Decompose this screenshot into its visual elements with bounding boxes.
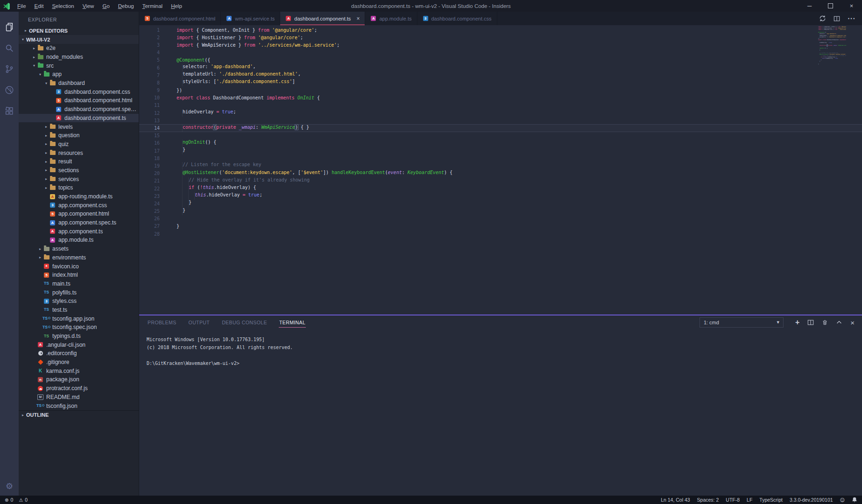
chevron-right-icon[interactable]: ▸: [43, 125, 49, 129]
code-line[interactable]: 28: [139, 230, 862, 238]
menu-view[interactable]: View: [78, 3, 99, 9]
tree-item[interactable]: Aapp-routing.module.ts: [19, 192, 139, 201]
maximize-panel-icon[interactable]: [836, 319, 842, 326]
code-line[interactable]: 26: [139, 215, 862, 223]
tree-item[interactable]: TStest.ts: [19, 306, 139, 315]
tree-item[interactable]: Adashboard.component.spec.ts: [19, 105, 139, 114]
close-icon[interactable]: ×: [356, 15, 360, 22]
chevron-right-icon[interactable]: ▸: [43, 133, 49, 138]
code-line[interactable]: 11: [139, 102, 862, 109]
code-line[interactable]: 1import { Component, OnInit } from '@ang…: [139, 26, 862, 34]
tree-item[interactable]: 5index.html: [19, 271, 139, 280]
tree-item[interactable]: ★favicon.ico: [19, 262, 139, 271]
code-line[interactable]: 21// Hide the overlay if it's already sh…: [139, 177, 862, 185]
new-terminal-icon[interactable]: +: [795, 318, 799, 327]
status-eol[interactable]: LF: [747, 497, 752, 503]
status-feedback[interactable]: ☺: [840, 497, 845, 503]
tree-item[interactable]: ▾src: [19, 61, 139, 70]
maximize-button[interactable]: [820, 0, 841, 12]
status-language-mode[interactable]: TypeScript: [759, 497, 783, 503]
tree-item[interactable]: ▸sections: [19, 166, 139, 175]
tree-item[interactable]: TSpolyfills.ts: [19, 288, 139, 297]
split-editor-icon[interactable]: [834, 15, 840, 22]
tree-item[interactable]: ▸result: [19, 157, 139, 166]
tree-item[interactable]: TStsconfig.app.json: [19, 314, 139, 323]
menu-terminal[interactable]: Terminal: [138, 3, 167, 9]
editor-tab[interactable]: 5dashboard.component.html: [139, 12, 221, 25]
tree-item[interactable]: ▸question: [19, 131, 139, 140]
chevron-right-icon[interactable]: ▸: [43, 151, 49, 155]
tree-item[interactable]: ▸quiz: [19, 140, 139, 149]
code-line[interactable]: 5@Component({: [139, 56, 862, 64]
chevron-down-icon[interactable]: ▾: [43, 81, 49, 85]
chevron-right-icon[interactable]: ▸: [43, 177, 49, 181]
tree-item[interactable]: ▸node_modules: [19, 53, 139, 62]
code-line[interactable]: 24}: [139, 200, 862, 207]
tree-item[interactable]: Aapp.module.ts: [19, 236, 139, 245]
chevron-right-icon[interactable]: ▸: [43, 142, 49, 146]
code-line[interactable]: 16ngOnInit() {: [139, 140, 862, 147]
code-line[interactable]: 10export class DashboardComponent implem…: [139, 94, 862, 102]
tree-item[interactable]: npackage.json: [19, 375, 139, 384]
tree-item[interactable]: ▸resources: [19, 148, 139, 157]
activity-bar-source-control[interactable]: [0, 58, 19, 79]
chevron-right-icon[interactable]: ▸: [37, 247, 43, 251]
terminal-selector[interactable]: 1: cmd ▼: [699, 317, 784, 328]
settings-gear-icon[interactable]: ⚙: [6, 481, 13, 491]
code-line[interactable]: 19// Listen for the escape key: [139, 162, 862, 169]
tree-item[interactable]: .gitignore: [19, 358, 139, 367]
tree-item[interactable]: protractor.conf.js: [19, 384, 139, 393]
tree-item[interactable]: 3dashboard.component.css: [19, 87, 139, 96]
chevron-right-icon[interactable]: ▸: [43, 186, 49, 190]
code-line[interactable]: 22if (!this.hideOverlay) {: [139, 185, 862, 192]
tree-item[interactable]: TStypings.d.ts: [19, 332, 139, 341]
activity-bar-extensions[interactable]: [0, 100, 19, 121]
minimize-button[interactable]: ─: [799, 0, 820, 12]
tree-item[interactable]: ▸e2e: [19, 44, 139, 53]
status-notifications[interactable]: [852, 497, 857, 504]
minimap[interactable]: import { Component, OnInit } from '@angu…: [817, 26, 846, 67]
status-encoding[interactable]: UTF-8: [726, 497, 740, 503]
tree-item[interactable]: A.angular-cli.json: [19, 340, 139, 349]
activity-bar-explorer[interactable]: [0, 16, 19, 37]
tree-item[interactable]: ▾dashboard: [19, 79, 139, 88]
chevron-right-icon[interactable]: ▸: [43, 168, 49, 172]
menu-go[interactable]: Go: [98, 3, 113, 9]
code-line[interactable]: 14constructor(private _wmapi: WmApiServi…: [139, 124, 862, 132]
tree-item[interactable]: .editorconfig: [19, 349, 139, 358]
code-line[interactable]: 8styleUrls: ['./dashboard.component.css'…: [139, 79, 862, 86]
tree-item[interactable]: Adashboard.component.ts: [19, 114, 139, 123]
code-line[interactable]: 9}): [139, 87, 862, 94]
code-line[interactable]: 12hideOverlay = true;: [139, 109, 862, 117]
close-button[interactable]: ×: [841, 0, 862, 12]
code-line[interactable]: 20@HostListener('document:keydown.escape…: [139, 170, 862, 177]
editor-tab[interactable]: Aapp.module.ts: [365, 12, 417, 25]
tree-item[interactable]: Kkarma.conf.js: [19, 366, 139, 375]
status-indentation[interactable]: Spaces: 2: [697, 497, 719, 503]
split-terminal-icon[interactable]: [807, 319, 814, 326]
tree-item[interactable]: TStsconfig.spec.json: [19, 323, 139, 332]
panel-tab-terminal[interactable]: TERMINAL: [279, 318, 306, 328]
chevron-right-icon[interactable]: ▸: [31, 55, 37, 59]
code-line[interactable]: 6selector: 'app-dashboard',: [139, 64, 862, 71]
tree-item[interactable]: ▸levels: [19, 122, 139, 131]
tree-item[interactable]: 3app.component.css: [19, 201, 139, 210]
workspace-root-header[interactable]: ▾ WM-UI-V2: [19, 35, 139, 44]
status-version[interactable]: 3.3.0-dev.20190101: [790, 497, 833, 503]
code-line[interactable]: 3import { WmApiService } from '../servic…: [139, 41, 862, 49]
chevron-right-icon[interactable]: ▸: [31, 46, 37, 50]
code-editor[interactable]: 1import { Component, OnInit } from '@ang…: [139, 25, 862, 315]
code-line[interactable]: 23this.hideOverlay = true;: [139, 192, 862, 200]
code-line[interactable]: 15: [139, 132, 862, 140]
close-panel-icon[interactable]: ×: [850, 319, 855, 327]
outline-section-header[interactable]: ▸ OUTLINE: [19, 410, 139, 420]
open-editors-section-header[interactable]: ▸ OPEN EDITORS: [19, 26, 139, 35]
code-line[interactable]: 4: [139, 49, 862, 56]
panel-tab-output[interactable]: OUTPUT: [188, 318, 211, 328]
menu-edit[interactable]: Edit: [30, 3, 48, 9]
code-line[interactable]: 18: [139, 154, 862, 162]
menu-help[interactable]: Help: [167, 3, 186, 9]
chevron-right-icon[interactable]: ▸: [37, 255, 43, 259]
tree-item[interactable]: ▾app: [19, 70, 139, 79]
tree-item[interactable]: ▸services: [19, 175, 139, 183]
